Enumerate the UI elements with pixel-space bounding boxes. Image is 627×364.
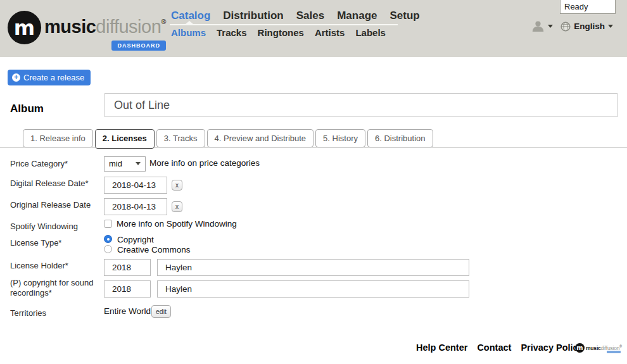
brand-name: musicdiffusion® DASHBOARD [44,16,166,37]
create-release-label: Create a release [23,73,84,82]
brand-logo[interactable]: m musicdiffusion® DASHBOARD [8,11,166,44]
tab-release-info[interactable]: 1. Release info [23,129,93,147]
brand-name-bold: music [44,16,96,37]
license-type-option-copyright-label[interactable]: Copyright [117,235,154,244]
tab-history[interactable]: 5. History [315,129,365,147]
language-menu[interactable]: English [560,22,613,32]
subnav-tracks[interactable]: Tracks [217,27,247,38]
price-category-label: Price Category* [10,159,101,169]
spotify-windowing-more-info-link[interactable]: More info on Spotify Windowing [117,219,237,229]
user-menu[interactable] [532,21,553,32]
license-holder-year-input[interactable] [104,259,151,276]
original-release-date-input[interactable] [104,198,167,215]
price-category-select[interactable]: mid [104,156,146,172]
digital-release-date-label: Digital Release Date* [10,179,101,189]
footer-brand-badge-bar [607,351,621,353]
p-copyright-name-input[interactable] [157,280,469,298]
footer-registered-mark: ® [619,344,621,348]
header: m musicdiffusion® DASHBOARD Catalog Dist… [0,0,627,57]
brand-mark-letter: m [14,18,35,38]
app: m musicdiffusion® DASHBOARD Catalog Dist… [0,0,627,364]
language-label: English [574,22,605,31]
license-type-radio-creative-commons[interactable] [104,245,112,253]
select-caret-icon [136,162,141,165]
digital-release-date-clear-button[interactable]: x [172,180,182,191]
territories-edit-button[interactable]: edit [151,305,171,318]
footer-brand-mark-icon: m [575,343,585,353]
spotify-windowing-checkbox[interactable] [104,220,112,228]
nav-setup[interactable]: Setup [390,9,419,22]
language-caret-icon [608,25,613,28]
license-holder-label: License Holder* [10,261,101,271]
footer-contact-link[interactable]: Contact [477,342,511,353]
tab-licenses[interactable]: 2. Licenses [95,129,155,149]
dashboard-badge: DASHBOARD [111,41,166,51]
album-title-input[interactable] [104,93,618,117]
create-release-button[interactable]: + Create a release [8,70,91,85]
registered-mark: ® [161,18,166,25]
subnav-labels[interactable]: Labels [355,27,386,38]
tab-tracks[interactable]: 3. Tracks [156,129,205,147]
footer-brand-name-bold: music [586,345,601,351]
user-icon [532,21,544,32]
subnav-albums[interactable]: Albums [171,27,206,38]
price-category-value: mid [109,159,122,168]
digital-release-date-input[interactable] [104,177,167,194]
user-caret-icon [548,25,553,28]
original-release-date-clear-button[interactable]: x [172,201,182,212]
nav-underline [170,24,398,25]
price-category-more-info-link[interactable]: More info on price categories [149,158,260,168]
license-holder-name-input[interactable] [157,259,469,276]
user-area: English [532,21,613,32]
subnav-artists[interactable]: Artists [315,27,345,38]
subnav-ringtones[interactable]: Ringtones [258,27,304,38]
status-box: Ready [560,0,616,14]
footer-links: Help Center Contact Privacy Policy [416,342,583,353]
nav-active-caret-icon [186,21,193,24]
license-type-radio-copyright[interactable] [104,235,112,243]
brand-mark-icon: m [8,11,41,44]
tab-bar: 1. Release info 2. Licenses 3. Tracks 4.… [23,129,433,149]
brand-name-light: diffusion [96,16,161,37]
main-nav: Catalog Distribution Sales Manage Setup [171,9,420,22]
license-type-label: License Type* [10,238,101,248]
nav-catalog[interactable]: Catalog [171,9,210,22]
globe-icon [560,22,571,32]
original-release-date-label: Original Release Date [10,200,101,210]
footer-help-center-link[interactable]: Help Center [416,342,467,353]
license-type-option-creative-commons-label[interactable]: Creative Commons [117,245,191,254]
sub-nav: Albums Tracks Ringtones Artists Labels [171,27,386,38]
footer-brand-logo: m musicdiffusion® [575,343,622,353]
footer-privacy-policy-link[interactable]: Privacy Policy [521,342,583,353]
p-copyright-label: (P) copyright for sound recordings* [10,278,101,298]
spotify-windowing-label: Spotify Windowing [10,222,101,232]
nav-sales[interactable]: Sales [296,9,324,22]
nav-manage[interactable]: Manage [337,9,377,22]
nav-distribution[interactable]: Distribution [223,9,283,22]
plus-icon: + [12,73,20,82]
territories-value: Entire World [104,306,151,316]
footer-brand-mark-letter: m [576,345,583,351]
p-copyright-year-input[interactable] [104,280,151,298]
tab-preview-distribute[interactable]: 4. Preview and Distribute [207,129,314,147]
territories-label: Territories [10,308,101,318]
page-title: Album [10,103,44,115]
tab-distribution[interactable]: 6. Distribution [367,129,433,147]
footer-brand-name: musicdiffusion® [586,344,622,351]
